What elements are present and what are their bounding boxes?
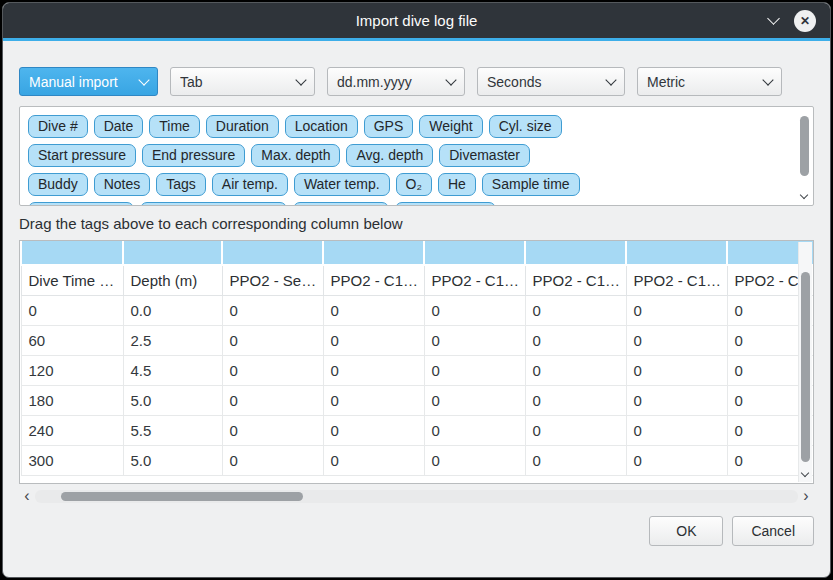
drag-tag-sample-depth[interactable]: Sample depth [28,202,134,206]
scroll-down-icon[interactable] [800,191,808,199]
table-row: 2405.5000000 [21,415,814,445]
field-separator-combobox[interactable]: Tab [170,67,315,96]
horizontal-scrollbar[interactable]: ‹ › [19,488,814,504]
window-title: Import dive log file [3,12,830,29]
table-cell: 0 [323,325,424,355]
table-cell: 2.5 [123,325,222,355]
drag-tag-sample-temperature[interactable]: Sample temperature [140,202,287,206]
chevron-down-icon [762,74,773,85]
drag-tag-water-temp[interactable]: Water temp. [294,173,390,196]
chevron-down-icon [445,74,456,85]
drag-tag-air-temp[interactable]: Air temp. [212,173,288,196]
drag-tag-date[interactable]: Date [94,115,144,138]
table-cell: 0 [525,415,626,445]
table-cell: 120 [21,355,123,385]
column-drop-target[interactable] [123,241,222,265]
tag-area: Dive #DateTimeDurationLocationGPSWeightC… [19,106,814,206]
drag-tag-sample-time[interactable]: Sample time [482,173,580,196]
drag-tag-buddy[interactable]: Buddy [28,173,88,196]
units-combobox[interactable]: Metric [637,67,782,96]
instruction-text: Drag the tags above to each correspondin… [19,215,814,232]
column-drop-target[interactable] [626,241,727,265]
chevron-down-icon [605,74,616,85]
cancel-button[interactable]: Cancel [732,516,814,546]
column-drop-target[interactable] [323,241,424,265]
table-cell: 0 [424,295,525,325]
table-cell: 0 [525,355,626,385]
table-vertical-scrollbar[interactable] [798,242,812,482]
duration-format-combobox[interactable]: Seconds [477,67,625,96]
table-cell: 180 [21,385,123,415]
ok-button[interactable]: OK [649,516,723,546]
table-cell: 0 [323,295,424,325]
column-drop-target[interactable] [424,241,525,265]
import-options-row: Manual import Tab dd.mm.yyyy Seconds Met… [19,67,814,96]
scrollbar-thumb[interactable] [61,492,303,501]
table-cell: 0 [424,325,525,355]
date-format-combobox[interactable]: dd.mm.yyyy [327,67,465,96]
drag-tag-o[interactable]: O₂ [396,173,432,196]
scrollbar-track[interactable] [35,490,798,503]
import-source-combobox[interactable]: Manual import [19,67,158,96]
drag-tag-location[interactable]: Location [285,115,358,138]
table-cell: 0 [626,415,727,445]
titlebar[interactable]: Import dive log file ✕ [3,3,830,38]
drag-tag-divemaster[interactable]: Divemaster [439,144,530,167]
table-cell: 0 [323,445,424,475]
scroll-left-icon[interactable]: ‹ [19,489,35,503]
column-drop-target[interactable] [525,241,626,265]
drag-tag-duration[interactable]: Duration [206,115,279,138]
scrollbar-thumb[interactable] [800,116,809,176]
scroll-right-icon[interactable]: › [798,489,814,503]
table-cell: 0 [21,295,123,325]
drag-tag-cyl-size[interactable]: Cyl. size [489,115,562,138]
table-cell: 0 [323,385,424,415]
table-cell: 4.5 [123,355,222,385]
table-row: 00.0000000 [21,295,814,325]
table-cell: 0 [323,415,424,445]
drop-target-row [21,241,814,265]
table-cell: 0 [222,295,323,325]
drag-tag-start-pressure[interactable]: Start pressure [28,144,136,167]
drag-tag-weight[interactable]: Weight [419,115,482,138]
column-drop-target[interactable] [222,241,323,265]
tag-list: Dive #DateTimeDurationLocationGPSWeightC… [25,112,789,206]
drag-tag-time[interactable]: Time [149,115,200,138]
drag-tag-notes[interactable]: Notes [94,173,151,196]
table-cell: 0 [626,295,727,325]
combobox-value: Manual import [29,74,130,90]
table-cell: 0 [222,325,323,355]
drag-tag-sample-cns[interactable]: Sample CNS [395,202,496,206]
table-cell: 0 [222,355,323,385]
drag-tag-max-depth[interactable]: Max. depth [251,144,340,167]
chevron-down-icon [138,74,149,85]
drag-tag-dive[interactable]: Dive # [28,115,88,138]
drag-tag-he[interactable]: He [438,173,476,196]
column-header: PPO2 - C1… [525,265,626,295]
scroll-down-icon[interactable] [801,469,809,477]
close-button[interactable]: ✕ [794,10,816,32]
drag-tag-avg-depth[interactable]: Avg. depth [346,144,433,167]
table-cell: 60 [21,325,123,355]
column-header-row: Dive Time …Depth (m)PPO2 - Se…PPO2 - C1…… [21,265,814,295]
table-cell: 0 [424,355,525,385]
scrollbar-thumb[interactable] [801,272,810,462]
drag-tag-sample-po[interactable]: Sample pO₂ [293,202,388,206]
table-row: 1204.5000000 [21,355,814,385]
table-cell: 0 [222,445,323,475]
drag-tag-end-pressure[interactable]: End pressure [142,144,245,167]
drag-tag-tags[interactable]: Tags [156,173,206,196]
dialog-content: Manual import Tab dd.mm.yyyy Seconds Met… [3,41,830,546]
column-header: Dive Time … [21,265,123,295]
table-cell: 0 [323,355,424,385]
table-cell: 0 [626,355,727,385]
table-cell: 0 [525,325,626,355]
table-cell: 5.5 [123,415,222,445]
column-header: PPO2 - C1… [424,265,525,295]
shade-chevron-down-icon[interactable] [767,12,780,25]
drag-tag-gps[interactable]: GPS [364,115,414,138]
table-cell: 0 [525,445,626,475]
column-drop-target[interactable] [21,241,123,265]
tag-area-scrollbar[interactable] [798,108,812,204]
column-header: Depth (m) [123,265,222,295]
